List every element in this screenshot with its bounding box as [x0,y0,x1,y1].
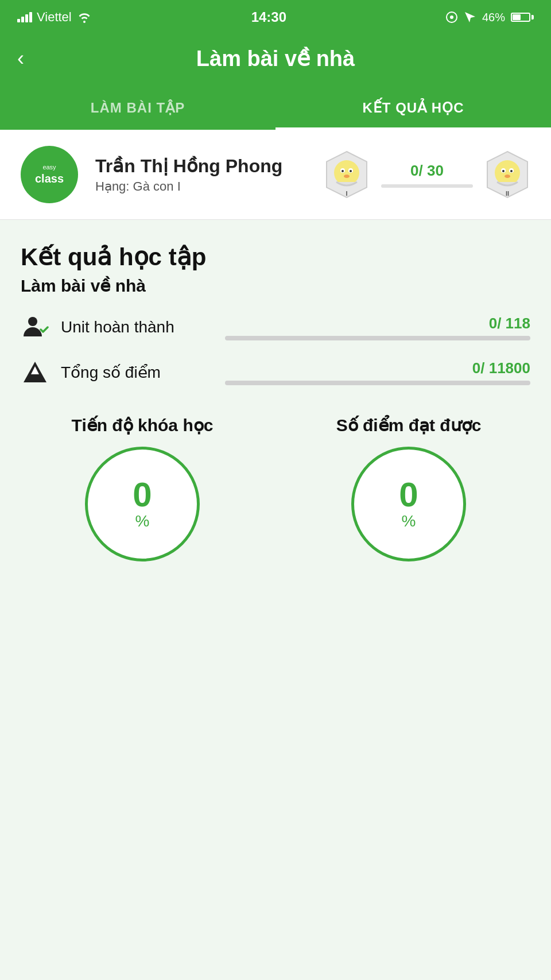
page-title: Làm bài về nhà [196,46,355,71]
svg-point-7 [350,170,352,172]
badge-progress-bar [381,184,473,188]
wifi-icon [76,11,92,23]
stat-label-unit: Unit hoàn thành [61,318,214,336]
svg-point-11 [495,160,520,185]
svg-point-3 [334,160,359,185]
logo-class-text: class [35,172,64,185]
stats-container: Unit hoàn thành 0/ 118 Tổng số điểm 0/ 1… [21,313,530,386]
main-content: Kết quả học tập Làm bài về nhà Unit hoàn… [0,220,551,584]
badge-progress-text: 0/ 30 [410,162,444,180]
stat-bar-wrapper-score: 0/ 11800 [225,359,530,385]
person-check-icon [21,313,49,342]
location-icon [445,11,458,24]
signal-bars-icon [17,12,32,22]
badges-section: I 0/ 30 II [324,149,530,200]
stat-value-unit: 0/ 118 [489,315,530,332]
svg-point-8 [344,175,350,178]
badge-level-1: I [324,149,370,200]
battery-icon [511,13,534,22]
carrier-label: Viettel [37,10,72,25]
section-title: Kết quả học tập [21,243,530,271]
mountain-icon [21,358,49,386]
user-rank: Hạng: Gà con I [95,179,306,194]
stat-label-score: Tổng số điểm [61,363,214,382]
stat-row-unit: Unit hoàn thành 0/ 118 [21,313,530,342]
back-button[interactable]: ‹ [17,48,24,69]
status-left: Viettel [17,10,92,25]
svg-text:I: I [346,190,347,197]
metrics-section: Tiến độ khóa học 0 % Số điểm đạt được 0 … [21,415,530,561]
app-logo: easy class [21,146,78,203]
svg-point-1 [450,16,453,19]
metric-card-score: Số điểm đạt được 0 % [287,415,530,561]
navigation-icon [464,11,476,24]
metric-title-progress: Tiến độ khóa học [72,415,214,435]
svg-point-14 [502,170,505,172]
status-time: 14:30 [251,9,286,25]
stat-value-score: 0/ 11800 [472,359,530,377]
logo-easy-text: easy [35,164,64,171]
metric-value-score: 0 [399,478,418,512]
status-bar: Viettel 14:30 46% [0,0,551,34]
stat-bar-wrapper-unit: 0/ 118 [225,315,530,340]
subsection-title: Làm bài về nhà [21,276,530,296]
svg-text:II: II [506,190,509,197]
metric-unit-progress: % [135,512,150,530]
badge-level-2: II [484,149,530,200]
metric-value-progress: 0 [133,478,152,512]
profile-info: Trần Thị Hồng Phong Hạng: Gà con I [95,155,306,194]
profile-section: easy class Trần Thị Hồng Phong Hạng: Gà … [0,130,551,220]
user-name: Trần Thị Hồng Phong [95,155,306,177]
metric-circle-progress: 0 % [85,447,200,561]
svg-point-6 [342,170,344,172]
metric-unit-score: % [402,512,416,530]
progress-info: 0/ 30 [381,162,473,188]
tabs-container: LÀM BÀI TẬP KẾT QUẢ HỌC [0,88,551,130]
metric-card-progress: Tiến độ khóa học 0 % [21,415,264,561]
status-right: 46% [445,11,534,24]
stat-bar-unit [225,336,530,340]
metric-title-score: Số điểm đạt được [336,415,482,435]
stat-bar-score [225,381,530,385]
tab-lam-bai-tap[interactable]: LÀM BÀI TẬP [0,88,276,130]
svg-point-15 [510,170,513,172]
header: ‹ Làm bài về nhà [0,34,551,88]
svg-point-16 [505,175,510,178]
battery-percent-label: 46% [482,11,505,24]
metric-circle-score: 0 % [351,447,466,561]
svg-point-18 [28,317,37,326]
tab-ket-qua-hoc[interactable]: KẾT QUẢ HỌC [276,88,551,130]
stat-row-score: Tổng số điểm 0/ 11800 [21,358,530,386]
